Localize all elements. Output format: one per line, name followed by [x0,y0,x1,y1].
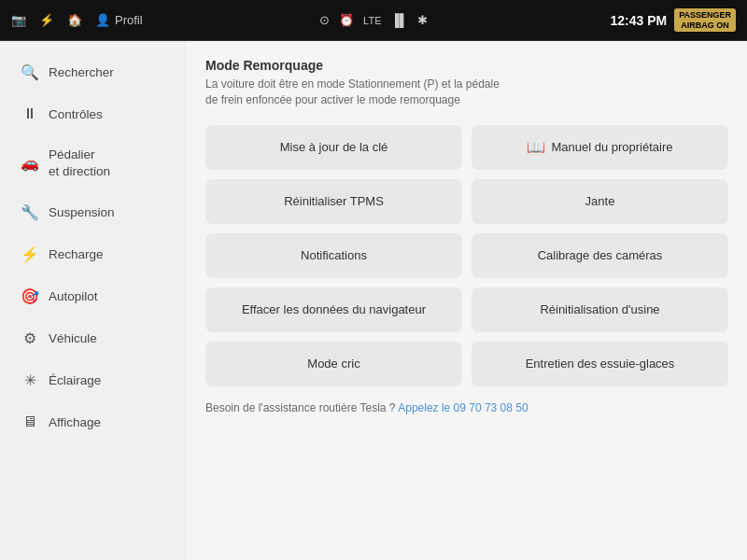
mode-remorquage-section: Mode Remorquage La voiture doit être en … [205,58,728,108]
bluetooth-icon: ✱ [417,13,428,27]
action-buttons-grid: Mise à jour de la clé 📖 Manuel du propri… [205,125,728,387]
mode-cric-button[interactable]: Mode cric [205,342,462,386]
status-bar-center: ⊙ ⏰ LTE ▐▌ ✱ [319,13,428,27]
jante-button[interactable]: Jante [472,179,728,224]
notifications-button[interactable]: Notifications [205,233,462,278]
suspension-icon: 🔧 [21,203,39,221]
entretien-essuie-glaces-label: Entretien des essuie-glaces [526,357,675,372]
main-content: 🔍 Rechercher ⏸ Contrôles 🚗 Pédalieret di… [0,41,747,560]
calibrage-cameras-label: Calibrage des caméras [538,248,663,264]
reinitialisation-usine-button[interactable]: Réinitialisation d'usine [472,287,728,332]
assistance-text: Besoin de l'assistance routière Tesla ? [205,401,396,414]
reinitialisation-usine-label: Réinitialisation d'usine [540,302,659,318]
camera-icon: 📷 [11,13,26,27]
profile-label[interactable]: 👤 Profil [95,13,143,27]
assistance-line: Besoin de l'assistance routière Tesla ? … [205,401,728,414]
sidebar-item-suspension[interactable]: 🔧 Suspension [6,192,181,232]
mise-a-jour-cle-label: Mise à jour de la clé [280,140,388,156]
notifications-label: Notifications [301,248,367,264]
status-bar-left: 📷 ⚡ 🏠 👤 Profil [11,13,319,27]
reinitialiser-tpms-label: Réinitialiser TPMS [284,194,384,210]
sidebar-label-eclairage: Éclairage [49,373,101,387]
pedal-icon: 🚗 [21,154,39,172]
sidebar-item-pedalier[interactable]: 🚗 Pédalieret direction [6,135,181,190]
charge-icon: ⚡ [21,245,39,263]
clock-display: 12:43 PM [610,13,667,28]
sidebar-item-rechercher[interactable]: 🔍 Rechercher [6,52,181,92]
display-icon: 🖥 [21,413,39,430]
home-icon: 🏠 [67,13,82,27]
manuel-proprietaire-button[interactable]: 📖 Manuel du propriétaire [472,125,728,171]
effacer-navigateur-button[interactable]: Effacer les données du navigateur [205,287,462,332]
status-bar: 📷 ⚡ 🏠 👤 Profil ⊙ ⏰ LTE ▐▌ ✱ 12:43 PM PAS… [0,0,747,41]
sidebar-label-autopilot: Autopilot [49,289,98,303]
sidebar-label-suspension: Suspension [49,205,115,219]
airbag-indicator: PASSENGERAIRBAG ON [674,8,736,33]
signal-bars-icon: ▐▌ [390,13,407,27]
sidebar-item-controles[interactable]: ⏸ Contrôles [6,94,181,133]
camera-circle-icon: ⊙ [319,13,330,27]
person-icon: 👤 [95,13,110,27]
lte-indicator: LTE [363,15,381,26]
effacer-navigateur-label: Effacer les données du navigateur [242,302,426,318]
status-bar-right: 12:43 PM PASSENGERAIRBAG ON [428,8,736,33]
search-icon: 🔍 [21,63,39,81]
jante-label: Jante [585,194,615,210]
sidebar-label-rechercher: Rechercher [49,65,114,79]
mode-cric-label: Mode cric [307,357,359,372]
sidebar-item-affichage[interactable]: 🖥 Affichage [6,402,181,441]
sidebar-item-recharge[interactable]: ⚡ Recharge [6,234,181,274]
light-icon: ✳ [21,371,39,389]
lightning-icon: ⚡ [39,13,54,27]
assistance-phone-link[interactable]: Appelez le 09 70 73 08 50 [398,401,528,414]
mise-a-jour-cle-button[interactable]: Mise à jour de la clé [205,125,462,171]
mode-remorquage-title: Mode Remorquage [205,58,728,73]
controls-icon: ⏸ [21,105,39,122]
sidebar-label-pedalier: Pédalieret direction [49,147,110,179]
sidebar-item-vehicule[interactable]: ⚙ Véhicule [6,318,181,358]
sidebar-label-controles: Contrôles [49,107,103,121]
sidebar-item-eclairage[interactable]: ✳ Éclairage [6,360,181,400]
sidebar: 🔍 Rechercher ⏸ Contrôles 🚗 Pédalieret di… [0,41,187,560]
manuel-proprietaire-label: Manuel du propriétaire [551,140,672,156]
sidebar-label-vehicule: Véhicule [49,331,97,345]
entretien-essuie-glaces-button[interactable]: Entretien des essuie-glaces [472,342,728,386]
sidebar-label-recharge: Recharge [49,247,104,261]
main-panel: Mode Remorquage La voiture doit être en … [187,41,747,560]
autopilot-icon: 🎯 [21,287,39,305]
mode-remorquage-description: La voiture doit être en mode Stationneme… [205,77,504,108]
reinitialiser-tpms-button[interactable]: Réinitialiser TPMS [205,179,462,224]
alarm-icon: ⏰ [339,13,354,27]
calibrage-cameras-button[interactable]: Calibrage des caméras [472,233,728,278]
sidebar-label-affichage: Affichage [49,415,101,429]
book-icon: 📖 [527,138,545,158]
vehicle-icon: ⚙ [21,329,39,347]
sidebar-item-autopilot[interactable]: 🎯 Autopilot [6,276,181,316]
